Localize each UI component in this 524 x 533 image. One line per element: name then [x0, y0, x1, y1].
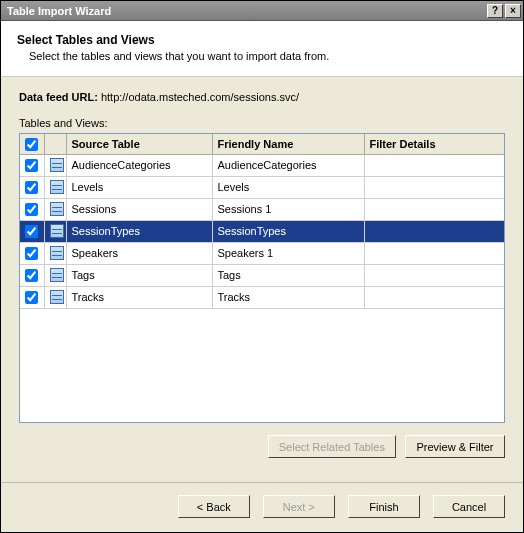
table-row[interactable]: TracksTracks — [20, 286, 504, 308]
table-icon — [50, 158, 64, 172]
table-row[interactable]: TagsTags — [20, 264, 504, 286]
table-icon — [50, 290, 64, 304]
table-header-row: Source Table Friendly Name Filter Detail… — [20, 134, 504, 154]
cell-source-table[interactable]: AudienceCategories — [66, 154, 212, 176]
row-icon-cell — [44, 220, 66, 242]
table-row[interactable]: LevelsLevels — [20, 176, 504, 198]
col-header-filter[interactable]: Filter Details — [364, 134, 504, 154]
row-checkbox-cell[interactable] — [20, 286, 44, 308]
row-checkbox[interactable] — [25, 269, 38, 282]
row-icon-cell — [44, 198, 66, 220]
row-checkbox-cell[interactable] — [20, 264, 44, 286]
row-checkbox[interactable] — [25, 225, 38, 238]
feed-url-line: Data feed URL: http://odata.msteched.com… — [19, 91, 505, 103]
row-icon-cell — [44, 242, 66, 264]
cell-source-table[interactable]: Tracks — [66, 286, 212, 308]
cell-friendly-name[interactable]: Sessions 1 — [212, 198, 364, 220]
window-title: Table Import Wizard — [7, 5, 487, 17]
help-button[interactable]: ? — [487, 4, 503, 18]
cell-source-table[interactable]: Tags — [66, 264, 212, 286]
table-icon — [50, 246, 64, 260]
feed-url-value: http://odata.msteched.com/sessions.svc/ — [101, 91, 299, 103]
table-row[interactable]: SessionTypesSessionTypes — [20, 220, 504, 242]
feed-url-label: Data feed URL: — [19, 91, 98, 103]
row-checkbox-cell[interactable] — [20, 242, 44, 264]
table-icon — [50, 180, 64, 194]
grid-label: Tables and Views: — [19, 117, 505, 129]
row-checkbox-cell[interactable] — [20, 198, 44, 220]
select-related-button: Select Related Tables — [268, 435, 396, 458]
col-header-checkbox[interactable] — [20, 134, 44, 154]
titlebar: Table Import Wizard ? × — [1, 1, 523, 21]
tables-grid[interactable]: Source Table Friendly Name Filter Detail… — [19, 133, 505, 423]
header-panel: Select Tables and Views Select the table… — [1, 21, 523, 77]
cell-filter-details[interactable] — [364, 154, 504, 176]
cell-friendly-name[interactable]: Speakers 1 — [212, 242, 364, 264]
cell-filter-details[interactable] — [364, 242, 504, 264]
main-panel: Data feed URL: http://odata.msteched.com… — [1, 77, 523, 482]
row-checkbox-cell[interactable] — [20, 176, 44, 198]
cell-friendly-name[interactable]: AudienceCategories — [212, 154, 364, 176]
cell-source-table[interactable]: Speakers — [66, 242, 212, 264]
grid-buttons: Select Related Tables Preview & Filter — [19, 435, 505, 458]
table-icon — [50, 268, 64, 282]
row-checkbox-cell[interactable] — [20, 154, 44, 176]
cell-filter-details[interactable] — [364, 176, 504, 198]
wizard-footer: < Back Next > Finish Cancel — [1, 482, 523, 532]
row-icon-cell — [44, 154, 66, 176]
row-checkbox[interactable] — [25, 159, 38, 172]
table-icon — [50, 202, 64, 216]
page-subheading: Select the tables and views that you wan… — [29, 50, 507, 62]
cell-friendly-name[interactable]: Tags — [212, 264, 364, 286]
table-icon — [50, 224, 64, 238]
back-button[interactable]: < Back — [178, 495, 250, 518]
col-header-friendly[interactable]: Friendly Name — [212, 134, 364, 154]
cell-filter-details[interactable] — [364, 286, 504, 308]
col-header-icon — [44, 134, 66, 154]
cell-source-table[interactable]: Sessions — [66, 198, 212, 220]
table-row[interactable]: SessionsSessions 1 — [20, 198, 504, 220]
select-all-checkbox[interactable] — [25, 138, 38, 151]
cell-friendly-name[interactable]: Levels — [212, 176, 364, 198]
row-icon-cell — [44, 176, 66, 198]
table-row[interactable]: AudienceCategoriesAudienceCategories — [20, 154, 504, 176]
table-row[interactable]: SpeakersSpeakers 1 — [20, 242, 504, 264]
preview-filter-button[interactable]: Preview & Filter — [405, 435, 505, 458]
row-icon-cell — [44, 264, 66, 286]
row-checkbox[interactable] — [25, 291, 38, 304]
close-button[interactable]: × — [505, 4, 521, 18]
finish-button[interactable]: Finish — [348, 495, 420, 518]
cell-source-table[interactable]: SessionTypes — [66, 220, 212, 242]
cell-source-table[interactable]: Levels — [66, 176, 212, 198]
cell-filter-details[interactable] — [364, 220, 504, 242]
next-button: Next > — [263, 495, 335, 518]
row-checkbox-cell[interactable] — [20, 220, 44, 242]
row-checkbox[interactable] — [25, 181, 38, 194]
row-checkbox[interactable] — [25, 247, 38, 260]
cell-filter-details[interactable] — [364, 264, 504, 286]
page-heading: Select Tables and Views — [17, 33, 507, 47]
cell-friendly-name[interactable]: SessionTypes — [212, 220, 364, 242]
row-checkbox[interactable] — [25, 203, 38, 216]
cell-friendly-name[interactable]: Tracks — [212, 286, 364, 308]
cell-filter-details[interactable] — [364, 198, 504, 220]
col-header-source[interactable]: Source Table — [66, 134, 212, 154]
tables-table: Source Table Friendly Name Filter Detail… — [20, 134, 504, 309]
cancel-button[interactable]: Cancel — [433, 495, 505, 518]
wizard-window: Table Import Wizard ? × Select Tables an… — [0, 0, 524, 533]
row-icon-cell — [44, 286, 66, 308]
titlebar-buttons: ? × — [487, 4, 521, 18]
